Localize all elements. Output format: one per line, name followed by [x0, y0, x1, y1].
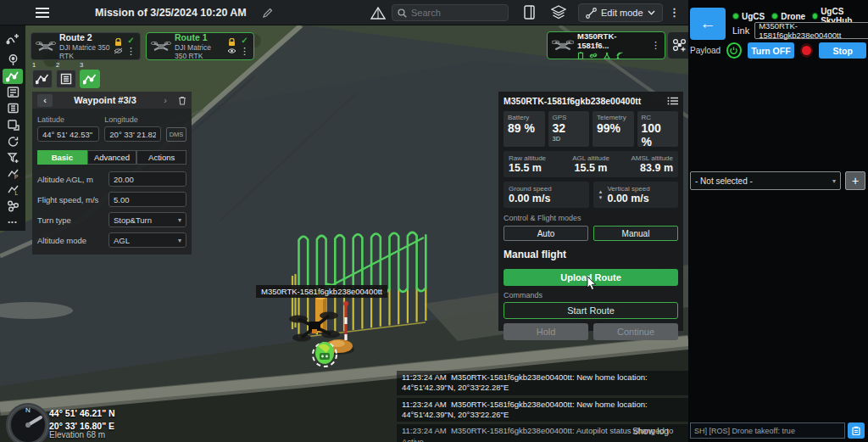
start-route-button[interactable]: Start Route — [504, 302, 678, 319]
route-tools-toolbar: P L ••• — [0, 25, 25, 231]
segment-1-waypoint-icon[interactable] — [32, 70, 53, 88]
cursor-coordinates: 44° 51' 46.21" N 20° 33' 16.80" E — [49, 407, 115, 433]
search-box[interactable] — [392, 4, 509, 21]
longitude-field[interactable] — [104, 126, 161, 142]
turn-off-button[interactable]: Turn OFF — [748, 42, 795, 59]
flight-speed-field[interactable] — [108, 192, 186, 207]
drone-tooltip: M350RTK-1581f6gkb238e00400tt — [256, 285, 387, 298]
payload-power-button[interactable] — [726, 42, 741, 59]
turn-type-label: Turn type — [37, 215, 71, 225]
elevation-readout: Elevation 68 m — [49, 430, 105, 439]
add-widget-button[interactable]: + — [845, 171, 865, 190]
perimeter-tool-icon[interactable] — [3, 133, 23, 148]
segment-3-waypoint-icon-active[interactable] — [80, 70, 100, 88]
tab-advanced[interactable]: Advanced — [87, 150, 137, 165]
back-button[interactable]: ← — [690, 8, 726, 40]
segment-number: 1 — [32, 61, 53, 69]
waypoint-tool-icon[interactable] — [3, 69, 23, 84]
widget-select[interactable]: - Not selected - ▾ — [690, 171, 841, 190]
ugcs-app: M350RTK-1581f6gkb238e00400tt 11:23:24 AM… — [0, 0, 868, 442]
segment-number: 3 — [80, 61, 100, 69]
check-icon: ✓ — [127, 36, 134, 45]
search-pattern-tool-icon[interactable] — [3, 199, 23, 214]
stop-button[interactable]: Stop — [819, 42, 866, 59]
edit-mission-icon[interactable] — [263, 8, 273, 18]
ugcs-status-dot — [732, 13, 739, 20]
link-select[interactable]: M350RTK-1581f6gkb238e00400tt ▾ — [754, 22, 868, 39]
altitude-mode-select[interactable]: AGL▾ — [108, 232, 186, 248]
altitude-agl-field[interactable] — [108, 171, 186, 187]
waypoint-header: ‹ Waypoint #3/3 › — [32, 92, 192, 109]
delete-waypoint-icon[interactable] — [178, 96, 186, 105]
edit-mode-icon — [586, 8, 597, 19]
show-log-link[interactable]: Show log — [632, 426, 669, 436]
corridor-tool-icon[interactable] — [3, 101, 23, 116]
gimbal-link-icon — [589, 52, 598, 59]
route-vehicle: DJI Matrice 350 RTK — [59, 43, 110, 60]
route-card-route2[interactable]: Route 2 DJI Matrice 350 RTK ✓ ⋮ — [31, 32, 141, 60]
commands-label: Commands — [504, 291, 678, 299]
map-canvas[interactable]: M350RTK-1581f6gkb238e00400tt 11:23:24 AM… — [0, 25, 688, 442]
console-row: SH] [ROS] Drone takeoff: true — [690, 422, 865, 439]
topbar-menu-icon[interactable]: ⋮ — [669, 7, 680, 18]
chevron-down-icon: ▾ — [178, 237, 181, 244]
compass[interactable]: N — [5, 402, 51, 442]
power-icon — [730, 47, 737, 54]
panorama-l-tool-icon[interactable]: L — [3, 182, 23, 198]
console-input[interactable]: SH] [ROS] Drone takeoff: true — [690, 422, 845, 439]
record-button[interactable] — [800, 43, 813, 58]
clipboard-icon — [852, 426, 860, 435]
rc-tile: RC100 % — [637, 111, 679, 147]
eye-off-icon[interactable] — [114, 48, 123, 54]
photogrammetry-tool-icon[interactable] — [3, 85, 23, 100]
notebook-icon[interactable] — [524, 5, 535, 20]
drone-thumbnail — [151, 40, 171, 53]
record-icon — [802, 46, 811, 55]
segment-2-area-icon[interactable] — [56, 70, 76, 88]
turn-type-select[interactable]: Stop&Turn▾ — [108, 212, 186, 227]
menu-icon[interactable] — [36, 8, 49, 18]
search-input[interactable] — [411, 8, 503, 18]
hold-button[interactable]: Hold — [504, 323, 588, 340]
vertical-scan-tool-icon[interactable] — [3, 149, 23, 165]
chevron-down-icon: ▾ — [832, 177, 836, 185]
route-name: Route 1 — [175, 32, 224, 43]
prev-waypoint-button[interactable]: ‹ — [37, 94, 53, 107]
tab-actions[interactable]: Actions — [136, 150, 186, 165]
mode-auto-button[interactable]: Auto — [504, 226, 588, 241]
drone-menu-icon[interactable]: ⋮ — [651, 40, 660, 51]
altitude-agl-label: Altitude AGL, m — [37, 175, 93, 184]
route-menu-icon[interactable]: ⋮ — [240, 46, 249, 57]
facade-tool-icon[interactable] — [3, 117, 23, 132]
payload-row: Payload Turn OFF Stop — [690, 42, 866, 59]
drone-3d-model[interactable] — [289, 312, 340, 342]
svg-text:P: P — [14, 174, 18, 180]
route-segment-tools: 1 2 3 — [32, 61, 100, 88]
drone-card[interactable]: M350RTK-1581f6... ⋮ — [547, 31, 665, 59]
layers-icon[interactable] — [551, 5, 566, 20]
panorama-p-tool-icon[interactable]: P — [3, 165, 23, 181]
latitude-field[interactable] — [37, 126, 99, 142]
console-send-button[interactable] — [848, 422, 865, 439]
placemark-tool-icon[interactable] — [3, 52, 23, 67]
continue-button[interactable]: Continue — [593, 323, 678, 340]
more-tools-icon[interactable]: ••• — [3, 215, 23, 230]
dms-toggle-button[interactable]: DMS — [166, 127, 186, 142]
edit-mode-dropdown[interactable]: Edit mode — [578, 3, 663, 22]
log-row: 11:23:24 AM M350RTK-1581f6gkb238e00400tt… — [397, 371, 688, 395]
drone-thumbnail — [552, 38, 574, 53]
elevation-profile-icon[interactable] — [370, 6, 386, 20]
next-waypoint-button[interactable]: › — [158, 94, 173, 107]
add-drone-button[interactable] — [668, 32, 688, 59]
telemetry-menu-icon[interactable] — [667, 97, 678, 105]
drone-status-dot — [771, 13, 778, 20]
route-card-route1[interactable]: Route 1 DJI Matrice 350 RTK ✓ ⋮ — [146, 32, 254, 60]
tab-basic[interactable]: Basic — [37, 150, 87, 165]
ground-speed-tile: Ground speed0.00 m/s — [504, 182, 589, 208]
telemetry-sidebar: ← UgCS Drone UgCS SkyHub Link M350RTK-15… — [688, 0, 868, 442]
eye-icon[interactable] — [227, 48, 236, 54]
mode-manual-button[interactable]: Manual — [593, 226, 678, 241]
add-route-icon[interactable] — [3, 31, 23, 46]
launch-point-marker[interactable] — [313, 342, 337, 366]
route-menu-icon[interactable]: ⋮ — [126, 46, 136, 57]
